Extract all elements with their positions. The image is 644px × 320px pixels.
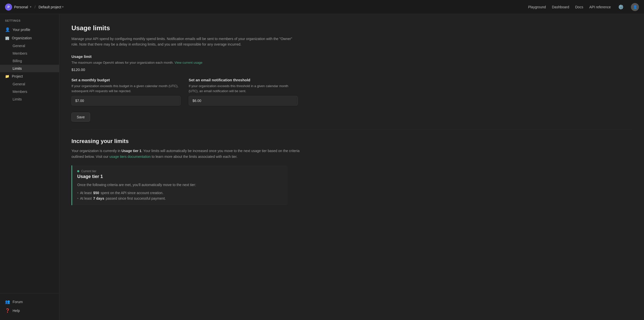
monthly-budget-col: Set a monthly budget If your organizatio… xyxy=(71,78,181,105)
help-icon: ❓ xyxy=(5,308,10,313)
docs-link[interactable]: Docs xyxy=(575,5,583,9)
view-current-usage-link[interactable]: View current usage xyxy=(175,61,203,64)
dashboard-link[interactable]: Dashboard xyxy=(552,5,569,9)
email-threshold-desc: If your organization exceeds this thresh… xyxy=(189,84,298,93)
project-name[interactable]: Default project ▾ xyxy=(38,5,64,9)
sidebar-item-label-organization: Organization xyxy=(12,36,32,40)
save-button[interactable]: Save xyxy=(71,113,90,122)
sidebar-item-org-limits[interactable]: Limits xyxy=(0,65,59,72)
sidebar-item-project[interactable]: 📁 Project xyxy=(0,72,59,80)
user-icon: 👤 xyxy=(5,27,10,32)
email-threshold-input[interactable] xyxy=(189,96,298,105)
org-avatar[interactable]: P xyxy=(5,4,12,11)
sidebar-item-label-project: Project xyxy=(12,74,23,78)
sidebar-item-help[interactable]: ❓ Help xyxy=(0,306,59,315)
breadcrumb-separator: / xyxy=(34,5,35,9)
increasing-limits-section: Increasing your limits Your organization… xyxy=(71,138,632,205)
tier-name: Usage tier 1 xyxy=(77,174,283,179)
settings-label: SETTINGS xyxy=(0,19,59,22)
sidebar-item-proj-general[interactable]: General xyxy=(0,80,59,88)
sidebar-item-proj-limits[interactable]: Limits xyxy=(0,95,59,103)
sidebar-item-label-your-profile: Your profile xyxy=(13,28,30,32)
top-nav-links: Playground Dashboard Docs API reference … xyxy=(528,3,639,11)
project-icon: 📁 xyxy=(5,74,9,78)
sidebar-item-label-help: Help xyxy=(13,309,20,313)
user-avatar[interactable]: 👤 xyxy=(631,3,639,11)
playground-link[interactable]: Playground xyxy=(528,5,546,9)
budget-threshold-grid: Set a monthly budget If your organizatio… xyxy=(71,78,298,105)
page-description: Manage your API spend by configuring mon… xyxy=(71,36,298,47)
settings-icon[interactable]: ⚙️ xyxy=(617,3,625,11)
sidebar-item-organization[interactable]: 🏢 Organization xyxy=(0,34,59,42)
usage-tiers-doc-link[interactable]: usage tiers documentation xyxy=(109,155,151,159)
sidebar-item-label-forum: Forum xyxy=(13,300,23,304)
sidebar-item-org-members[interactable]: Members xyxy=(0,50,59,57)
current-tier-card: Current tier Usage tier 1 Once the follo… xyxy=(71,165,288,205)
usage-limit-section: Usage limit The maximum usage OpenAI all… xyxy=(71,54,632,72)
sidebar: SETTINGS 👤 Your profile 🏢 Organization G… xyxy=(0,14,59,320)
sidebar-item-org-billing[interactable]: Billing xyxy=(0,57,59,65)
tier-criteria-item-1: At least $50 spent on the API since acco… xyxy=(77,190,283,196)
tier-dot-icon xyxy=(77,170,79,172)
sidebar-item-proj-members[interactable]: Members xyxy=(0,88,59,95)
top-navigation: P Personal ▾ / Default project ▾ Playgro… xyxy=(0,0,644,14)
organization-icon: 🏢 xyxy=(5,36,9,40)
section-divider xyxy=(71,130,632,130)
tier-criteria-list: At least $50 spent on the API since acco… xyxy=(77,190,283,201)
sidebar-item-forum[interactable]: 👥 Forum xyxy=(0,297,59,306)
forum-icon: 👥 xyxy=(5,299,10,304)
monthly-budget-desc: If your organization exceeds this budget… xyxy=(71,84,181,93)
email-threshold-col: Set an email notification threshold If y… xyxy=(189,78,298,105)
usage-limit-desc: The maximum usage OpenAI allows for your… xyxy=(71,60,632,65)
main-layout: SETTINGS 👤 Your profile 🏢 Organization G… xyxy=(0,14,644,320)
usage-amount: $120.00 xyxy=(71,67,632,72)
monthly-budget-title: Set a monthly budget xyxy=(71,78,181,82)
project-chevron-icon: ▾ xyxy=(62,5,64,9)
increasing-limits-title: Increasing your limits xyxy=(71,138,632,145)
api-reference-link[interactable]: API reference xyxy=(589,5,611,9)
page-title: Usage limits xyxy=(71,24,632,32)
usage-limit-title: Usage limit xyxy=(71,54,632,59)
sidebar-bottom: 👥 Forum ❓ Help xyxy=(0,293,59,315)
tier-criteria-item-2: At least 7 days passed since first succe… xyxy=(77,196,283,201)
tier-once-text: Once the following criteria are met, you… xyxy=(77,182,283,188)
increasing-limits-desc: Your organization is currently in Usage … xyxy=(71,148,305,159)
monthly-budget-input[interactable] xyxy=(71,96,181,105)
sidebar-item-org-general[interactable]: General xyxy=(0,42,59,50)
org-name[interactable]: Personal xyxy=(14,5,28,9)
main-content: Usage limits Manage your API spend by co… xyxy=(59,14,644,320)
tier-label: Current tier xyxy=(77,169,283,173)
org-chevron-icon: ▾ xyxy=(30,5,31,9)
breadcrumb: P Personal ▾ / Default project ▾ xyxy=(5,4,64,11)
email-threshold-title: Set an email notification threshold xyxy=(189,78,298,82)
sidebar-item-your-profile[interactable]: 👤 Your profile xyxy=(0,25,59,34)
